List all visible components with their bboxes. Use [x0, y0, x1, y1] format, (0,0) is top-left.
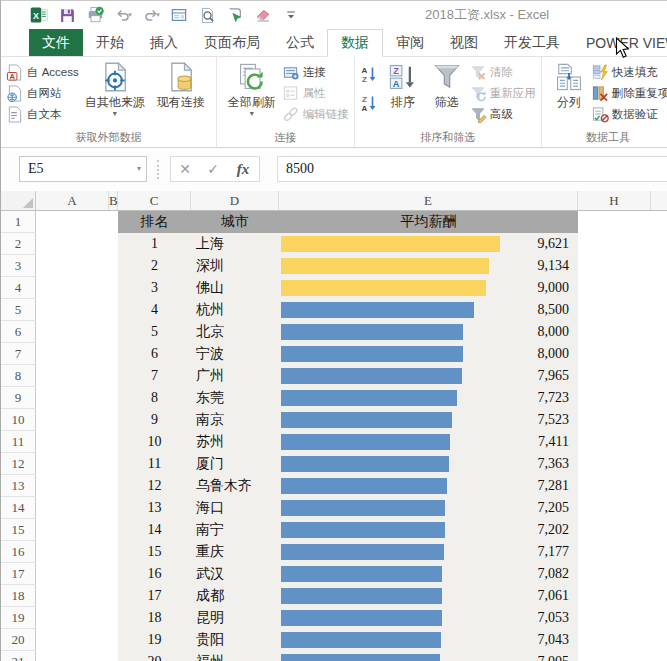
cell-city[interactable]: 海口: [196, 497, 224, 519]
cell-city[interactable]: 昆明: [196, 607, 224, 629]
save-icon[interactable]: [53, 2, 81, 28]
cell-salary-value[interactable]: 7,043: [431, 629, 569, 651]
advanced-filter-button[interactable]: 高级: [469, 104, 536, 125]
redo-icon[interactable]: ▾: [137, 2, 165, 28]
tab-page-layout[interactable]: 页面布局: [191, 29, 273, 56]
cell-salary-value[interactable]: 7,177: [431, 541, 569, 563]
cell-city[interactable]: 上海: [196, 233, 224, 255]
cell-city[interactable]: 福州: [196, 651, 224, 661]
cell-city[interactable]: 广州: [196, 365, 224, 387]
cell-rank[interactable]: 14: [118, 519, 191, 541]
table-row[interactable]: 18昆明7,053: [1, 607, 667, 629]
cell-salary-value[interactable]: 7,281: [431, 475, 569, 497]
tab-developer[interactable]: 开发工具: [491, 29, 573, 56]
table-row[interactable]: 13海口7,205: [1, 497, 667, 519]
qat-more-icon[interactable]: [277, 2, 305, 28]
print-preview-icon[interactable]: [193, 2, 221, 28]
insert-function-icon[interactable]: fx: [227, 161, 259, 178]
eraser-icon[interactable]: [249, 2, 277, 28]
cell-rank[interactable]: 12: [118, 475, 191, 497]
column-header-blank[interactable]: [651, 191, 667, 210]
select-all-corner[interactable]: [1, 191, 36, 210]
cancel-icon[interactable]: ✕: [171, 161, 199, 177]
column-header-C[interactable]: C: [118, 191, 191, 210]
cell-city[interactable]: 南京: [196, 409, 224, 431]
table-header-row[interactable]: 排名城市平均薪酬: [118, 211, 578, 233]
from-access-button[interactable]: A自 Access: [6, 62, 79, 83]
cell-rank[interactable]: 17: [118, 585, 191, 607]
table-row[interactable]: 12乌鲁木齐7,281: [1, 475, 667, 497]
table-row[interactable]: 14南宁7,202: [1, 519, 667, 541]
filter-button[interactable]: 筛选: [425, 60, 469, 109]
table-row[interactable]: 10苏州7,411: [1, 431, 667, 453]
table-row[interactable]: 19贵阳7,043: [1, 629, 667, 651]
cell-city[interactable]: 乌鲁木齐: [196, 475, 252, 497]
cell-city[interactable]: 北京: [196, 321, 224, 343]
table-row[interactable]: 6宁波8,000: [1, 343, 667, 365]
cell-salary-value[interactable]: 7,082: [431, 563, 569, 585]
flash-fill-button[interactable]: 快速填充: [591, 62, 667, 83]
column-header-A[interactable]: A: [36, 191, 109, 210]
tab-formulas[interactable]: 公式: [273, 29, 327, 56]
name-box[interactable]: E5 ▾: [19, 156, 147, 182]
cell-salary-value[interactable]: 9,000: [431, 277, 569, 299]
remove-duplicates-button[interactable]: 删除重复项: [591, 83, 667, 104]
cell-salary-value[interactable]: 7,061: [431, 585, 569, 607]
cell-salary-value[interactable]: 7,523: [431, 409, 569, 431]
cell-city[interactable]: 厦门: [196, 453, 224, 475]
cell-rank[interactable]: 4: [118, 299, 191, 321]
quick-print-icon[interactable]: [81, 2, 109, 28]
cell-rank[interactable]: 10: [118, 431, 191, 453]
undo-icon[interactable]: ▾: [109, 2, 137, 28]
tab-home[interactable]: 开始: [83, 29, 137, 56]
cell-city[interactable]: 苏州: [196, 431, 224, 453]
cell-salary-value[interactable]: 7,965: [431, 365, 569, 387]
cell-rank[interactable]: 9: [118, 409, 191, 431]
cell-salary-value[interactable]: 8,500: [431, 299, 569, 321]
cell-rank[interactable]: 5: [118, 321, 191, 343]
cell-city[interactable]: 武汉: [196, 563, 224, 585]
sort-button[interactable]: ZA排序: [381, 60, 425, 109]
cell-rank[interactable]: 6: [118, 343, 191, 365]
table-row[interactable]: 20福州7,005: [1, 651, 667, 661]
cell-rank[interactable]: 16: [118, 563, 191, 585]
table-row[interactable]: 4杭州8,500: [1, 299, 667, 321]
sort-ascending-button[interactable]: AZ: [360, 62, 381, 85]
cell-city[interactable]: 成都: [196, 585, 224, 607]
table-row[interactable]: 1上海9,621: [1, 233, 667, 255]
enter-icon[interactable]: ✓: [199, 161, 227, 177]
column-header-D[interactable]: D: [191, 191, 279, 210]
tab-file[interactable]: 文件: [29, 29, 83, 56]
cell-rank[interactable]: 15: [118, 541, 191, 563]
cell-salary-value[interactable]: 7,202: [431, 519, 569, 541]
cell-rank[interactable]: 7: [118, 365, 191, 387]
table-row[interactable]: 11厦门7,363: [1, 453, 667, 475]
cell-city[interactable]: 佛山: [196, 277, 224, 299]
cell-salary-value[interactable]: 7,005: [431, 651, 569, 661]
cell-city[interactable]: 贵阳: [196, 629, 224, 651]
cell-city[interactable]: 南宁: [196, 519, 224, 541]
cell-salary-value[interactable]: 7,411: [431, 431, 569, 453]
cell-city[interactable]: 宁波: [196, 343, 224, 365]
text-to-columns-button[interactable]: 分列: [547, 60, 591, 109]
tab-review[interactable]: 审阅: [383, 29, 437, 56]
cell-salary-value[interactable]: 7,363: [431, 453, 569, 475]
cell-salary-value[interactable]: 8,000: [431, 321, 569, 343]
cell-salary-value[interactable]: 7,723: [431, 387, 569, 409]
cell-city[interactable]: 深圳: [196, 255, 224, 277]
from-text-button[interactable]: 自文本: [6, 104, 79, 125]
table-row[interactable]: 2深圳9,134: [1, 255, 667, 277]
pointer-icon[interactable]: [221, 2, 249, 28]
cell-city[interactable]: 东莞: [196, 387, 224, 409]
cell-salary-value[interactable]: 7,053: [431, 607, 569, 629]
table-row[interactable]: 17成都7,061: [1, 585, 667, 607]
sort-descending-button[interactable]: ZA: [360, 91, 381, 114]
cell-rank[interactable]: 2: [118, 255, 191, 277]
cell-rank[interactable]: 1: [118, 233, 191, 255]
data-validation-button[interactable]: 数据验证: [591, 104, 667, 125]
cell-rank[interactable]: 13: [118, 497, 191, 519]
cell-rank[interactable]: 3: [118, 277, 191, 299]
table-row[interactable]: 3佛山9,000: [1, 277, 667, 299]
table-row[interactable]: 16武汉7,082: [1, 563, 667, 585]
table-row[interactable]: 9南京7,523: [1, 409, 667, 431]
